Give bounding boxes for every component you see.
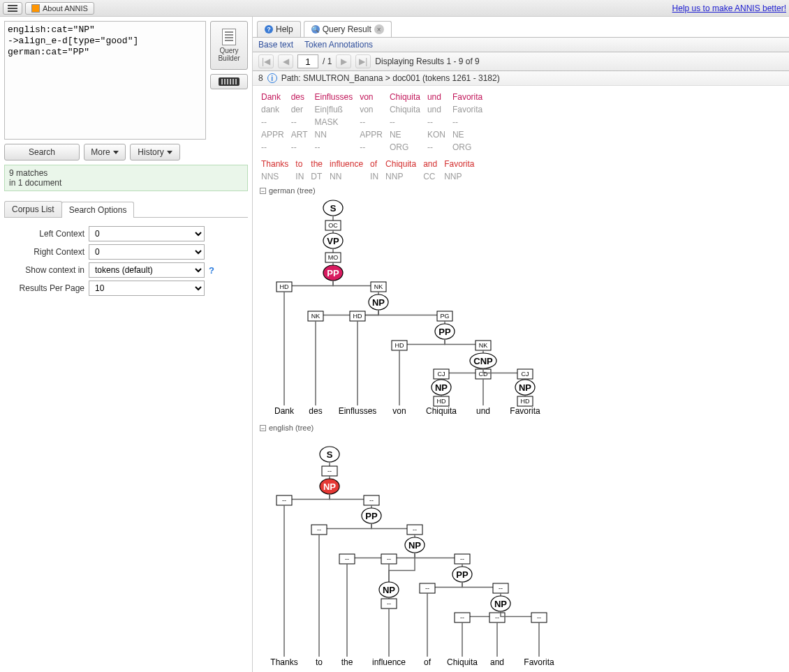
svg-text:to: to bbox=[316, 657, 323, 667]
mode-base-text[interactable]: Base text bbox=[258, 40, 293, 50]
token-cell: CC bbox=[423, 171, 443, 182]
svg-text:--: -- bbox=[387, 555, 391, 562]
svg-text:S: S bbox=[330, 203, 337, 214]
result-panel: ? Help 🔍 Query Result × Base text Token … bbox=[253, 17, 789, 672]
svg-text:HD: HD bbox=[521, 398, 530, 405]
svg-text:NP: NP bbox=[383, 585, 395, 595]
svg-text:von: von bbox=[392, 406, 406, 416]
tree-german: SOCVPMOPPHDDankNKNPNKdesHDEinflussesPGPP… bbox=[260, 197, 567, 421]
svg-text:NK: NK bbox=[479, 342, 488, 349]
more-button[interactable]: More bbox=[84, 144, 126, 160]
token-cell: Chiquita bbox=[390, 91, 426, 103]
svg-text:--: -- bbox=[345, 555, 349, 562]
svg-text:PP: PP bbox=[365, 511, 378, 521]
token-cell: von bbox=[360, 91, 388, 103]
token-cell: the bbox=[311, 158, 328, 170]
pager-last-button[interactable]: ▶| bbox=[355, 54, 371, 68]
svg-text:PP: PP bbox=[327, 268, 339, 278]
svg-text:Chiquita: Chiquita bbox=[426, 406, 457, 416]
query-input[interactable]: english:cat="NP" ->align_e-d[type="good"… bbox=[4, 21, 206, 140]
collapse-toggle[interactable]: − bbox=[260, 425, 266, 431]
svg-text:HD: HD bbox=[437, 398, 446, 405]
svg-text:PP: PP bbox=[438, 327, 451, 337]
token-cell: Chiquita bbox=[390, 104, 426, 115]
tree-title-de: − german (tree) bbox=[260, 186, 782, 195]
tab-query-result[interactable]: 🔍 Query Result × bbox=[304, 21, 392, 37]
svg-text:Favorita: Favorita bbox=[524, 657, 554, 667]
token-cell: MASK bbox=[314, 117, 358, 128]
svg-text:NP: NP bbox=[435, 382, 448, 393]
svg-text:CJ: CJ bbox=[438, 371, 445, 378]
token-cell: and bbox=[423, 158, 443, 170]
show-context-select[interactable]: tokens (default) bbox=[89, 262, 205, 278]
query-panel: english:cat="NP" ->align_e-d[type="good"… bbox=[0, 17, 253, 672]
tab-help[interactable]: ? Help bbox=[257, 21, 301, 37]
svg-text:HD: HD bbox=[353, 313, 362, 320]
left-context-select[interactable]: 0 bbox=[89, 226, 205, 241]
token-cell: NE bbox=[452, 129, 488, 140]
svg-text:HD: HD bbox=[395, 342, 404, 349]
top-left: About ANNIS bbox=[3, 2, 94, 15]
history-button[interactable]: History bbox=[130, 144, 180, 160]
close-icon[interactable]: × bbox=[374, 24, 384, 34]
keyboard-icon bbox=[219, 77, 239, 86]
token-cell: des bbox=[291, 91, 314, 103]
token-cell: APPR bbox=[360, 129, 388, 140]
token-cell: NN bbox=[314, 129, 358, 140]
token-cell: NN bbox=[330, 171, 369, 182]
svg-text:Chiquita: Chiquita bbox=[447, 657, 478, 667]
svg-text:--: -- bbox=[495, 614, 499, 621]
svg-text:des: des bbox=[309, 406, 322, 416]
token-cell: Favorita bbox=[452, 91, 488, 103]
token-cell: influence bbox=[330, 158, 369, 170]
help-icon: ? bbox=[265, 25, 273, 33]
svg-text:Dank: Dank bbox=[274, 406, 295, 416]
mode-token-annotations[interactable]: Token Annotations bbox=[304, 40, 373, 50]
info-icon[interactable]: i bbox=[267, 73, 277, 83]
token-cell: -- bbox=[390, 117, 426, 128]
side-tabs: Corpus List Search Options bbox=[4, 201, 248, 218]
about-label: About ANNIS bbox=[43, 4, 88, 13]
token-cell: von bbox=[360, 104, 388, 115]
tab-corpus-list[interactable]: Corpus List bbox=[4, 201, 62, 217]
token-cell: Favorita bbox=[452, 104, 488, 115]
pager-next-button[interactable]: ▶ bbox=[336, 54, 351, 68]
collapse-toggle[interactable]: − bbox=[260, 188, 266, 194]
search-button[interactable]: Search bbox=[4, 144, 80, 160]
token-cell: ORG bbox=[452, 142, 488, 153]
right-context-select[interactable]: 0 bbox=[89, 244, 205, 260]
sidebar-toggle-button[interactable] bbox=[3, 2, 22, 15]
pager-prev-button[interactable]: ◀ bbox=[278, 54, 293, 68]
token-cell: -- bbox=[360, 117, 388, 128]
caret-down-icon bbox=[167, 151, 172, 154]
svg-text:CNP: CNP bbox=[473, 356, 493, 366]
pager-first-button[interactable]: |◀ bbox=[258, 54, 274, 68]
path-bar: 8 i Path: SMULTRON_Banana > doc001 (toke… bbox=[253, 71, 789, 86]
tokens-en-table: ThankstotheinfluenceofChiquitaandFavorit… bbox=[260, 157, 482, 184]
right-context-label: Right Context bbox=[4, 247, 84, 257]
search-icon: 🔍 bbox=[311, 25, 320, 33]
token-cell: Dank bbox=[261, 91, 290, 103]
results-per-page-select[interactable]: 10 bbox=[89, 281, 205, 296]
status-matches: 9 matches bbox=[9, 168, 243, 178]
context-help-icon[interactable]: ? bbox=[209, 265, 214, 276]
search-options: Left Context 0 Right Context 0 Show cont… bbox=[4, 222, 248, 299]
pager-page-input[interactable] bbox=[297, 54, 318, 68]
tab-search-options[interactable]: Search Options bbox=[61, 202, 135, 218]
pager: |◀ ◀ / 1 ▶ ▶| Displaying Results 1 - 9 o… bbox=[253, 52, 789, 71]
document-icon bbox=[222, 29, 236, 45]
status-box: 9 matches in 1 document bbox=[4, 165, 248, 191]
token-cell: IN bbox=[295, 171, 309, 182]
svg-text:--: -- bbox=[369, 497, 374, 504]
svg-text:--: -- bbox=[425, 585, 429, 592]
about-button[interactable]: About ANNIS bbox=[25, 2, 94, 15]
token-cell: -- bbox=[314, 142, 358, 153]
svg-text:Favorita: Favorita bbox=[510, 406, 540, 416]
svg-text:and: and bbox=[490, 657, 504, 667]
feedback-link[interactable]: Help us to make ANNIS better! bbox=[672, 3, 786, 13]
virtual-keyboard-button[interactable] bbox=[210, 74, 248, 89]
svg-text:--: -- bbox=[317, 526, 321, 533]
token-cell: of bbox=[370, 158, 384, 170]
query-builder-button[interactable]: Query Builder bbox=[210, 21, 248, 70]
svg-text:VP: VP bbox=[327, 236, 339, 246]
